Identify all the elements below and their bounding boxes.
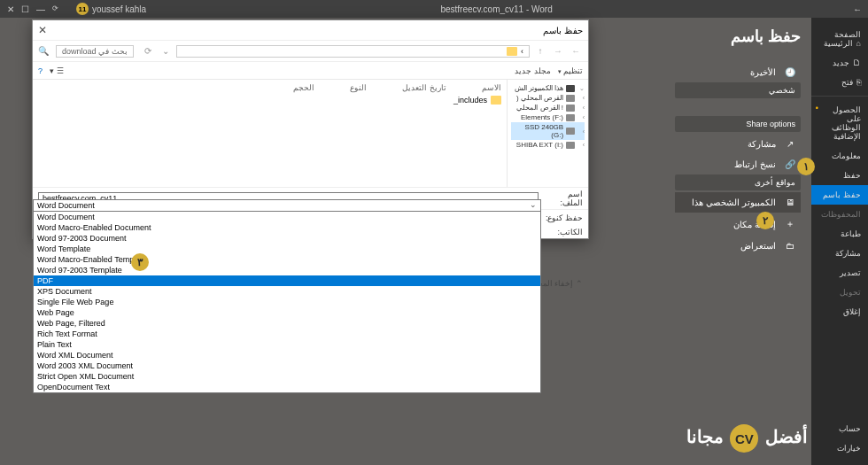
up-icon[interactable]: ↑: [533, 46, 547, 56]
nav-new[interactable]: جديد 🗋: [811, 53, 868, 73]
nav-forward-icon[interactable]: →: [551, 46, 565, 56]
save-as-panel: حفظ باسم الأخيرة🕘 شخصي Share options مشا…: [664, 18, 811, 465]
window-controls: ✕ ☐ — ⟳: [0, 4, 66, 14]
filetype-option[interactable]: Plain Text: [34, 339, 540, 350]
folder-entry[interactable]: includes_: [38, 94, 501, 106]
add-place-option[interactable]: إضافة مكان＋: [675, 213, 801, 236]
section-share: Share options: [675, 116, 801, 132]
filetype-option[interactable]: Strict Open XML Document: [34, 371, 540, 382]
watermark: أفضل CV مجانا: [686, 424, 808, 453]
home-icon: ⌂: [856, 39, 861, 48]
tree-node[interactable]: ⌄هذا الكمبيوتر الش: [511, 83, 585, 93]
nav-history[interactable]: المحفوظات: [811, 205, 868, 224]
recent-option[interactable]: الأخيرة🕘: [675, 62, 801, 82]
close-icon[interactable]: ✕: [7, 4, 14, 14]
tree-node[interactable]: ›SHIBA EXT (I:): [511, 140, 585, 150]
filetype-option[interactable]: PDF: [34, 275, 540, 286]
chevron-down-icon[interactable]: ⌄: [159, 46, 173, 56]
filetype-option[interactable]: Word Macro-Enabled Document: [34, 222, 540, 233]
tree-node[interactable]: ›SSD 240GB (G:): [511, 122, 585, 140]
nav-save-as[interactable]: حفظ باسم: [811, 185, 868, 205]
folder-icon: [507, 47, 517, 56]
this-pc-option[interactable]: الكمبيوتر الشخصي هذا🖥: [675, 192, 801, 213]
panel-title: حفظ باسم: [675, 27, 801, 46]
col-name[interactable]: الاسم: [482, 83, 501, 92]
nav-share[interactable]: مشاركة: [811, 244, 868, 263]
filetype-option[interactable]: Word Macro-Enabled Template: [34, 254, 540, 265]
nav-open[interactable]: فتح ⎘: [811, 73, 868, 92]
nav-export[interactable]: تصدير: [811, 263, 868, 283]
titlebar: ✕ ☐ — ⟳ 11 youssef kahla bestfreecv.com_…: [0, 0, 868, 18]
open-icon: ⎘: [856, 78, 861, 87]
file-list: الاسم تاريخ التعديل النوع الحجم includes…: [33, 80, 507, 187]
dialog-title: حفظ باسم: [47, 26, 583, 35]
share-icon: ↗: [783, 139, 797, 149]
folder-icon: [491, 96, 501, 105]
filetype-option[interactable]: Word 2003 XML Document: [34, 360, 540, 371]
tree-node[interactable]: ›القرص المحلي (: [511, 93, 585, 103]
nav-options[interactable]: خيارات: [811, 438, 868, 458]
filetype-option[interactable]: Word Template: [34, 244, 540, 254]
col-type[interactable]: النوع: [350, 83, 367, 92]
filetype-option[interactable]: OpenDocument Text: [34, 382, 540, 392]
nav-account[interactable]: حساب: [811, 419, 868, 438]
autosave-toggle[interactable]: ⟳: [52, 4, 58, 14]
nav-print[interactable]: طباعة: [811, 224, 868, 244]
filetype-option[interactable]: Word XML Document: [34, 350, 540, 360]
nav-save[interactable]: حفظ: [811, 166, 868, 185]
nav-info[interactable]: معلومات: [811, 146, 868, 166]
search-icon[interactable]: 🔍: [38, 46, 49, 56]
filetype-option[interactable]: Word 97-2003 Template: [34, 265, 540, 275]
avatar: 11: [76, 3, 89, 15]
folder-tree: ⌄هذا الكمبيوتر الش›القرص المحلي (›! القر…: [507, 80, 588, 187]
refresh-icon[interactable]: ⟳: [141, 46, 155, 56]
nav-transform[interactable]: تحويل: [811, 283, 868, 302]
dropdown-selected[interactable]: Word Document: [34, 200, 540, 212]
copy-link-option[interactable]: نسخ ارتباط🔗: [675, 154, 801, 174]
filetype-option[interactable]: Rich Text Format: [34, 329, 540, 339]
share-option[interactable]: مشاركة↗: [675, 134, 801, 154]
backstage-nav: الصفحة الرئيسية ⌂ جديد 🗋 فتح ⎘ الحصول عل…: [811, 18, 868, 465]
step-marker-3: ٣: [131, 253, 149, 271]
user-name: youssef kahla: [92, 4, 146, 14]
section-personal: شخصي: [675, 82, 801, 98]
filetype-dropdown: Word Document Word DocumentWord Macro-En…: [33, 199, 541, 393]
author-label: الكاتب:: [544, 228, 583, 236]
nav-close[interactable]: إغلاق: [811, 302, 868, 322]
nav-back-icon[interactable]: ←: [569, 46, 583, 56]
filetype-label: حفظ كنوع:: [544, 213, 583, 222]
view-menu[interactable]: ▾ ☰: [50, 66, 64, 75]
plus-icon: ＋: [783, 218, 797, 230]
breadcrumb[interactable]: ‹: [176, 45, 530, 58]
maximize-icon[interactable]: ☐: [21, 4, 29, 14]
help-icon[interactable]: ?: [38, 66, 43, 75]
user-account[interactable]: 11 youssef kahla: [76, 3, 146, 15]
folder-icon: 🗀: [783, 241, 797, 251]
document-title: bestfreecv.com_cv11 - Word: [146, 4, 847, 14]
back-arrow-icon[interactable]: ←: [853, 4, 862, 14]
nav-home[interactable]: الصفحة الرئيسية ⌂: [811, 25, 868, 53]
tree-node[interactable]: ›! القرص المحلي: [511, 103, 585, 112]
col-size[interactable]: الحجم: [293, 83, 314, 92]
filetype-option[interactable]: Single File Web Page: [34, 297, 540, 307]
tree-node[interactable]: ›Elements (F:): [511, 112, 585, 122]
browse-option[interactable]: استعراض🗀: [675, 236, 801, 256]
filetype-option[interactable]: XPS Document: [34, 286, 540, 297]
minimize-icon[interactable]: —: [36, 4, 45, 14]
filename-label: اسم الملف:: [544, 190, 583, 207]
filetype-option[interactable]: Web Page: [34, 307, 540, 318]
col-date[interactable]: تاريخ التعديل: [402, 83, 446, 92]
new-icon: 🗋: [853, 58, 861, 67]
link-icon: 🔗: [783, 159, 797, 169]
search-input[interactable]: بحث في download: [56, 45, 134, 58]
filetype-option[interactable]: Web Page, Filtered: [34, 318, 540, 329]
clock-icon: 🕘: [783, 67, 797, 77]
organize-menu[interactable]: تنظيم: [558, 66, 583, 75]
new-folder-button[interactable]: مجلد جديد: [515, 66, 551, 75]
filetype-option[interactable]: Word Document: [34, 212, 540, 222]
nav-addins[interactable]: الحصول على الوظائف الإضافية: [811, 100, 868, 146]
step-marker-1: ١: [797, 158, 815, 175]
section-other: مواقع أخرى: [675, 174, 801, 190]
filetype-option[interactable]: Word 97-2003 Document: [34, 233, 540, 244]
dialog-close-icon[interactable]: ✕: [38, 24, 47, 36]
